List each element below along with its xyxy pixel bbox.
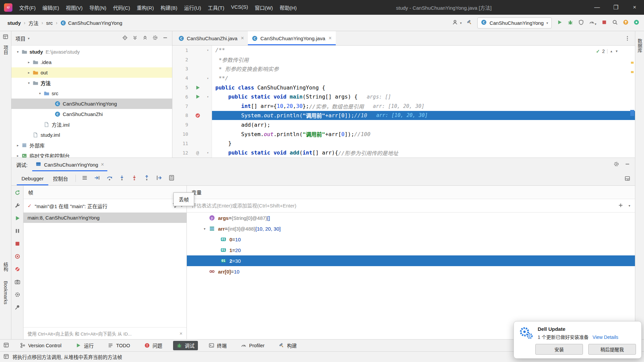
update-button[interactable] [623,19,629,26]
tool-button-运行[interactable]: 运行 [72,341,97,350]
fold-marker-icon[interactable]: ▾ [204,73,212,83]
menu-item[interactable]: 导航(N) [86,2,110,13]
close-icon[interactable]: × [329,35,332,41]
variable-row[interactable]: arr[0] = 10 [187,266,635,277]
editor[interactable]: 1▾/**2 *参数传引用3 * 形参的变换会影响实参4▾ **/5public… [172,46,635,158]
view-breakpoints-icon[interactable] [14,253,20,260]
gutter-breakpoint[interactable] [191,111,204,120]
settings-icon[interactable] [613,161,619,168]
tree-item-out[interactable]: ▸out [11,67,172,78]
tool-stripe-database[interactable]: 数据库 [636,39,643,53]
evaluate-icon[interactable] [165,175,178,182]
menu-item[interactable]: 重构(R) [133,2,157,13]
close-icon[interactable]: × [241,35,244,41]
run-config-selector[interactable]: C CanShuChuanYingYong ▾ [477,17,552,28]
warning-stripe-mark[interactable] [631,62,634,64]
menu-item[interactable]: 帮助(H) [276,2,300,13]
pin-icon[interactable] [14,304,20,311]
tree-item-study[interactable]: ▾studyE:\javase\study [11,47,172,57]
stop-button[interactable] [601,19,607,26]
tool-button-调试[interactable]: 调试 [173,341,198,350]
chevron-down-icon[interactable]: ▾ [629,204,630,207]
tool-stripe-structure[interactable]: 结构 [2,262,9,272]
tab-debugger[interactable]: Debugger [17,171,48,185]
editor-tab[interactable]: CCanShuChuanYingYong.java× [248,31,336,45]
breadcrumb-item[interactable]: study [7,20,21,26]
rerun-icon[interactable] [14,190,20,197]
menu-item[interactable]: 文件(F) [16,2,39,13]
tree-item-[interactable]: ▸临时文件和控制台 [11,150,172,158]
gutter-at[interactable]: @ [191,148,204,158]
tool-button-问题[interactable]: 问题 [141,341,166,350]
tree-chevron-icon[interactable]: ▾ [25,81,33,85]
tree-item-[interactable]: ▾方法 [11,78,172,88]
fold-marker-icon[interactable]: ▾ [204,92,212,102]
wrench-icon[interactable] [14,202,20,209]
misc-button[interactable] [634,19,639,26]
tool-stripe-bookmarks[interactable]: Bookmarks [3,281,8,304]
tree-item-canshuchuanzhi[interactable]: CCanShuChuanZhi [11,109,172,119]
close-icon[interactable]: × [101,162,104,168]
variable-row[interactable]: 010 = 10 [187,234,635,245]
tree-chevron-icon[interactable]: ▸ [25,60,33,64]
gutter-run[interactable] [191,92,204,102]
tree-chevron-icon[interactable]: ▾ [36,92,44,95]
step-into-icon[interactable] [116,175,128,182]
menu-item[interactable]: 工具(T) [204,2,227,13]
settings-icon[interactable] [152,35,158,42]
menu-item[interactable]: 编辑(E) [39,2,62,13]
project-panel-title[interactable]: 项目 ▾ [15,35,30,42]
tree-item-iml[interactable]: 方法.iml [11,119,172,130]
breadcrumb-item[interactable]: 方法 [29,19,39,26]
tab-console[interactable]: 控制台 [48,171,73,185]
tree-item-src[interactable]: ▾src [11,88,172,99]
remind-later-button[interactable]: 稍后提醒我 [588,344,636,355]
profiler-button[interactable]: ▾ [589,19,596,26]
tree-item-[interactable]: ▸外部库 [11,140,172,150]
menu-item[interactable]: 运行(U) [181,2,205,13]
tool-button-version-control[interactable]: Version Control [16,341,65,350]
pause-icon[interactable] [14,228,20,235]
editor-scrollbar[interactable] [630,46,635,158]
menu-item[interactable]: 视图(V) [62,2,86,13]
tree-item-canshuchuanyingyong[interactable]: CCanShuChuanYingYong [11,99,172,109]
tool-stripe-project[interactable]: 项目 [2,45,9,55]
more-dots-icon[interactable] [625,36,630,41]
locate-icon[interactable] [122,35,128,42]
add-watch-icon[interactable] [618,202,624,209]
maximize-button[interactable]: ❐ [606,0,625,15]
tree-chevron-icon[interactable]: ▸ [14,143,21,147]
prev-problem-icon[interactable]: ▲ [610,50,613,53]
run-button[interactable] [557,19,562,26]
coverage-button[interactable] [578,19,584,26]
settings-icon[interactable] [14,292,20,299]
warning-stripe-mark[interactable] [631,71,634,73]
stack-frame-row[interactable]: main:8, CanShuChuanYingYong [23,213,186,223]
gutter-run[interactable] [191,83,204,92]
inspection-widget[interactable]: ✓ 2 ▲ ▼ [594,48,620,55]
tree-chevron-icon[interactable]: ▸ [14,154,21,158]
tool-windows-icon[interactable] [3,342,9,349]
editor-tab[interactable]: CCanShuChuanZhi.java× [174,31,248,45]
debug-bug-button[interactable] [568,19,573,26]
expand-all-icon[interactable] [132,35,138,42]
build-hammer-button[interactable] [467,19,472,26]
force-step-into-icon[interactable] [128,175,141,182]
step-out-icon[interactable] [141,175,153,182]
execution-stripe-mark[interactable] [630,110,634,116]
menu-item[interactable]: 窗口(W) [251,2,276,13]
breadcrumb-item[interactable]: src [46,20,53,26]
stop-icon[interactable] [14,241,20,248]
menu-item[interactable]: 构建(B) [157,2,181,13]
run-to-cursor-icon[interactable] [153,175,165,182]
camera-icon[interactable] [14,279,20,286]
tool-button-profiler[interactable]: Profiler [237,341,268,350]
tree-item-studyiml[interactable]: study.iml [11,130,172,140]
hide-icon[interactable] [162,35,168,42]
step-over-icon[interactable] [103,175,116,182]
fold-marker-icon[interactable]: ▾ [204,148,212,158]
user-dropdown[interactable]: ▾ [452,19,462,26]
variable-row[interactable]: pargs = {String[0]@487} [] [187,213,635,223]
variable-row[interactable]: ▾arr = {int[3]@488} [10, 20, 30] [187,223,635,234]
thread-selector[interactable]: ✓ "main"@1 在组 "main": 正在运行 ▾ [23,199,186,213]
